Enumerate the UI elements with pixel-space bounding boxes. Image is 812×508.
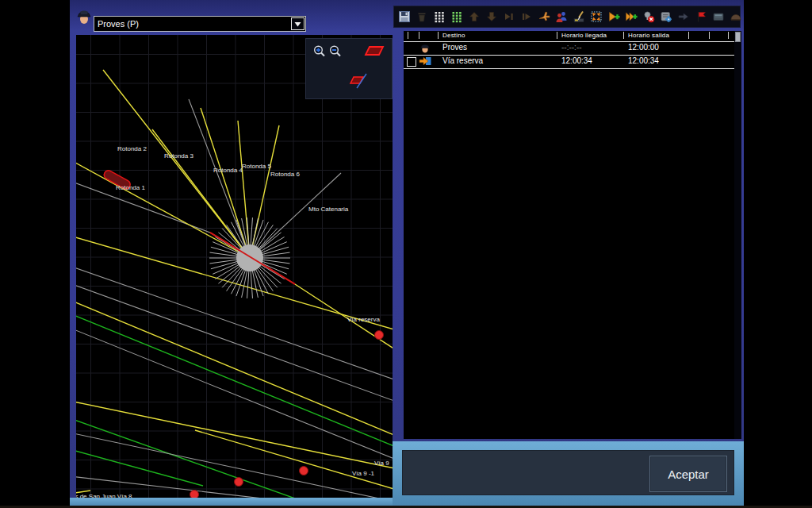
schedule-table: Destino Horario llegada Horario salida P… [404,31,734,439]
hand-pointer-icon[interactable] [536,8,551,25]
add-route-icon[interactable] [606,8,621,25]
remove-lock-icon[interactable] [641,8,656,25]
turntable-center [236,244,263,271]
area-edit-tool-icon[interactable] [347,72,371,91]
conductor-icon [76,8,92,27]
confirm-dialog-panel: Aceptar [402,450,734,495]
depot-icon[interactable] [728,8,743,25]
delete-icon[interactable] [414,8,429,25]
paint-edit-icon[interactable] [571,8,586,25]
table-row[interactable]: Vía reserva 12:00:34 12:00:34 [404,55,734,67]
track-assign-icon [419,56,431,70]
zoom-out-icon[interactable] [328,44,343,59]
main-toolbar [393,6,741,28]
cell-horario-salida: 12:00:00 [628,43,659,52]
settings-box-icon[interactable] [658,8,673,25]
column-header-salida[interactable]: Horario salida [628,32,669,39]
grid-view-active-icon[interactable] [449,8,464,25]
map-label: Rotonda 1 [116,184,145,191]
forward-icon[interactable] [676,8,691,25]
track-map[interactable]: Rotonda 2 Rotonda 3 Rotonda 4 Rotonda 5 … [76,35,393,498]
scrollbar-thumb[interactable] [735,32,741,42]
accept-button[interactable]: Aceptar [649,456,727,492]
map-label: Vía 9 -1 [352,470,375,477]
flag-icon[interactable] [693,8,708,25]
map-label: Rotonda 2 [117,145,147,152]
cell-horario-llegada: --:--:-- [561,43,582,52]
table-header: Destino Horario llegada Horario salida [404,31,734,41]
cell-destino: Proves [442,43,467,52]
cell-destino: Vía reserva [442,56,483,65]
add-multiple-routes-icon[interactable] [623,8,638,25]
move-up-icon[interactable] [466,8,481,25]
confirm-dialog: Aceptar [393,441,744,506]
step-forward-icon[interactable] [501,8,516,25]
zoom-in-icon[interactable] [312,44,327,59]
step-last-icon[interactable] [519,8,534,25]
map-label: Rotonda 4 [213,167,243,174]
cell-horario-salida: 12:00:34 [628,56,659,65]
map-tools-panel [305,38,393,99]
move-down-icon[interactable] [484,8,499,25]
map-grid [76,35,393,498]
map-label: Rotonda 6 [270,171,300,178]
app-window: Proves (P) [70,0,744,506]
cell-horario-llegada: 12:00:34 [561,56,592,65]
column-header-llegada[interactable]: Horario llegada [561,32,607,39]
column-header-destino[interactable]: Destino [442,32,465,39]
users-icon[interactable] [553,8,569,25]
fit-selection-icon[interactable] [588,8,603,25]
combo-selected-value: Proves (P) [94,19,291,29]
yard-tracks [76,236,393,498]
chevron-down-icon[interactable] [291,17,304,30]
map-label: Rotonda 3 [164,152,193,160]
control-panel-icon[interactable] [710,8,726,25]
train-selector-combobox[interactable]: Proves (P) [94,16,306,32]
map-label: Rotonda 5 [242,163,271,170]
row-checkbox[interactable] [407,57,416,67]
map-label: Mto Catenaria [308,206,349,213]
grid-view-icon[interactable] [431,8,446,25]
save-icon[interactable] [396,8,412,25]
table-row[interactable]: Proves --:--:-- 12:00:00 [404,41,734,54]
map-label: Vía reserva [347,316,380,323]
table-scrollbar[interactable] [734,31,741,439]
map-label: Vía 9 [374,460,389,467]
area-tool-icon[interactable] [363,44,385,58]
